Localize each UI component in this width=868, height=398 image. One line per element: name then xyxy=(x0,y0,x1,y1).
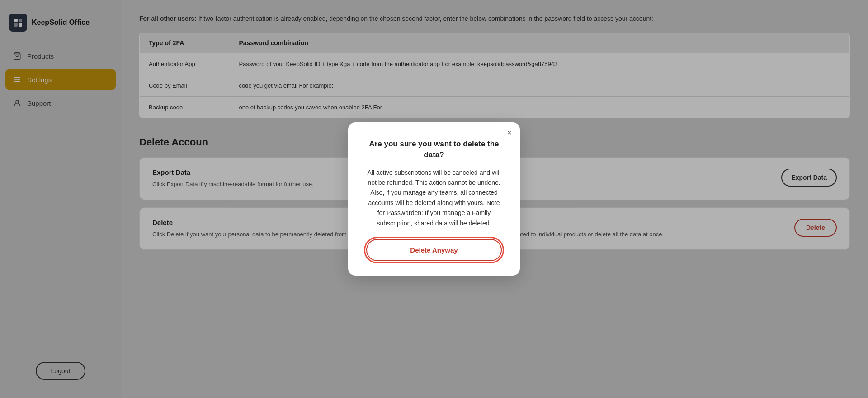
modal-overlay[interactable]: × Are you sure you want to delete the da… xyxy=(0,0,868,398)
modal-close-button[interactable]: × xyxy=(507,129,512,137)
confirm-delete-modal: × Are you sure you want to delete the da… xyxy=(348,122,520,276)
modal-body: All active subscriptions will be cancele… xyxy=(366,168,502,228)
modal-title: Are you sure you want to delete the data… xyxy=(366,139,502,160)
modal-delete-anyway-button[interactable]: Delete Anyway xyxy=(366,239,502,261)
